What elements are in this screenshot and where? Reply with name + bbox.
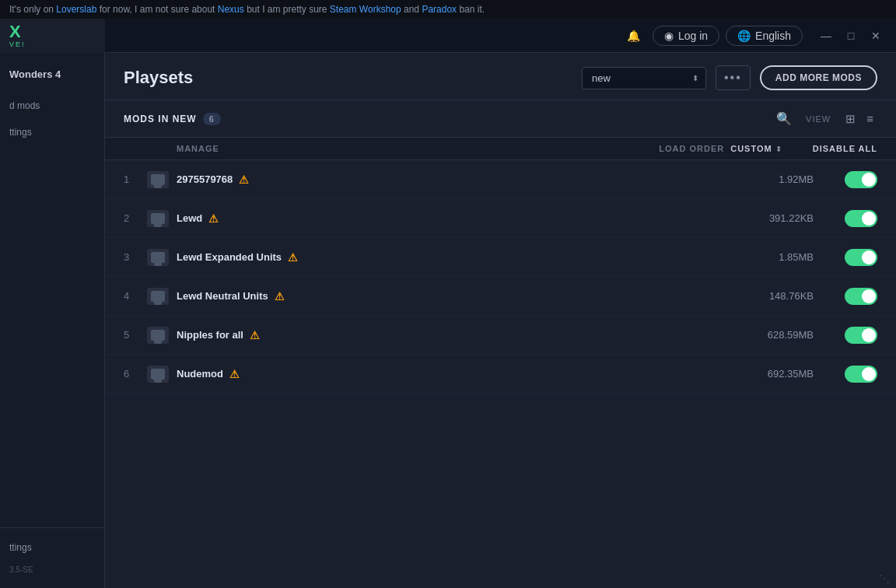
list-view-button[interactable]: ≡ [863,110,877,128]
playset-select[interactable]: new [582,67,706,89]
view-label: VIEW [806,114,831,124]
mod-icon [147,288,169,305]
add-more-mods-button[interactable]: ADD MORE MODS [760,65,877,90]
language-label: English [755,30,791,42]
mods-toolbar: MODS IN NEW 6 🔍 VIEW ⊞ ≡ [105,100,896,138]
minimize-button[interactable]: — [815,25,837,47]
mods-in-label: MODS IN NEW 6 [124,113,221,125]
loverslab-link[interactable]: Loverslab [56,4,96,15]
disable-all-button[interactable]: DISABLE ALL [813,144,877,153]
mod-size: 692.35MB [720,368,814,380]
bottom-settings-label: ttings [9,542,32,553]
mod-toggle[interactable] [845,171,877,188]
steam-link[interactable]: Steam Workshop [330,4,401,15]
mod-size: 1.92MB [720,173,814,185]
sidebar-game-title: Wonders 4 [0,62,104,86]
table-row: 5 Nipples for all ⚠ 628.59MB [105,316,896,355]
sidebar-item-downloaded-mods[interactable]: d mods [0,93,104,119]
mod-icon [147,327,169,344]
mod-icon [147,366,169,383]
grid-view-button[interactable]: ⊞ [842,110,859,128]
mod-list: 1 2975579768 ⚠ 1.92MB 2 Lewd ⚠ [105,160,896,588]
mod-toggle[interactable] [845,327,877,344]
table-row: 1 2975579768 ⚠ 1.92MB [105,160,896,199]
list-icon: ≡ [866,112,873,125]
globe-icon: 🌐 [737,30,751,42]
sidebar-version: 3.5-SE [0,561,104,579]
more-options-button[interactable]: ••• [716,65,751,90]
close-button[interactable]: ✕ [865,25,887,47]
warning-icon: ⚠ [229,368,240,380]
user-icon: ◉ [664,30,674,42]
app-logo-sub: VE! [9,40,26,48]
mod-name: Lewd ⚠ [177,212,720,225]
th-load-order: LOAD ORDER [659,144,724,153]
mod-number: 2 [124,212,147,224]
mod-size: 391.22KB [720,212,814,224]
nexus-link[interactable]: Nexus [218,4,244,15]
resize-handle[interactable]: ⋱ [879,572,890,585]
main-layout: Wonders 4 d mods ttings ttings 3.5-SE Pl… [0,53,896,588]
table-row: 6 Nudemod ⚠ 692.35MB [105,355,896,394]
maximize-button[interactable]: □ [840,25,862,47]
mod-number: 3 [124,251,147,263]
custom-label: CUSTOM [730,144,772,153]
mod-toggle[interactable] [845,288,877,305]
notification-text: It's only on Loverslab for now, I am not… [9,4,485,15]
window-controls: — □ ✕ [815,25,887,47]
table-row: 3 Lewd Expanded Units ⚠ 1.85MB [105,238,896,277]
settings-label: ttings [9,127,32,138]
toolbar-right: 🔍 VIEW ⊞ ≡ [773,108,877,129]
th-custom: CUSTOM ⬍ [730,144,781,153]
notification-bar: It's only on Loverslab for now, I am not… [0,0,896,19]
playset-select-wrapper: new ⬍ [582,67,706,89]
mods-count-badge: 6 [203,113,221,125]
header-controls: new ⬍ ••• ADD MORE MODS [582,65,877,90]
th-manage: MANAGE [177,144,659,153]
mod-number: 5 [124,329,147,341]
mod-name: Nipples for all ⚠ [177,329,720,341]
search-icon: 🔍 [776,112,792,125]
mod-size: 1.85MB [720,251,814,263]
table-row: 2 Lewd ⚠ 391.22KB [105,199,896,238]
mod-icon [147,210,169,227]
warning-icon: ⚠ [288,251,298,264]
grid-icon: ⊞ [845,112,856,125]
table-row: 4 Lewd Neutral Units ⚠ 148.76KB [105,277,896,316]
mod-number: 4 [124,290,147,302]
warning-icon: ⚠ [239,173,249,186]
search-button[interactable]: 🔍 [773,108,795,129]
mod-icon [147,249,169,266]
app-logo: X [9,23,26,40]
title-bar: X VE! 🔔 ◉ Log in 🌐 English — □ ✕ [0,19,896,53]
mod-number: 1 [124,173,147,185]
warning-icon: ⚠ [250,329,260,341]
mod-icon [147,171,169,188]
sort-arrows-icon: ⬍ [775,145,782,153]
downloaded-mods-label: d mods [9,100,40,111]
mod-toggle[interactable] [845,366,877,383]
mod-size: 628.59MB [720,329,814,341]
sidebar-bottom: ttings 3.5-SE [0,527,104,579]
login-label: Log in [678,30,708,42]
mod-toggle[interactable] [845,210,877,227]
sidebar: Wonders 4 d mods ttings ttings 3.5-SE [0,53,105,588]
sidebar-item-bottom-settings[interactable]: ttings [0,534,104,561]
content-header: Playsets new ⬍ ••• ADD MORE MODS [105,53,896,100]
mod-size: 148.76KB [720,290,814,302]
view-toggle: ⊞ ≡ [842,110,877,128]
paradox-link[interactable]: Paradox [422,4,457,15]
mods-section-text: MODS IN NEW [124,114,197,124]
warning-icon: ⚠ [275,290,285,303]
mod-number: 6 [124,368,147,380]
mod-toggle[interactable] [845,249,877,266]
login-button[interactable]: ◉ Log in [653,26,719,46]
page-title: Playsets [124,68,193,88]
sidebar-item-settings[interactable]: ttings [0,119,104,145]
bell-button[interactable]: 🔔 [621,26,646,45]
mod-name: Nudemod ⚠ [177,368,720,380]
table-header: MANAGE LOAD ORDER CUSTOM ⬍ DISABLE ALL [105,138,896,160]
language-button[interactable]: 🌐 English [726,26,803,46]
content-area: Playsets new ⬍ ••• ADD MORE MODS MODS IN… [105,53,896,588]
bell-icon: 🔔 [627,30,640,42]
